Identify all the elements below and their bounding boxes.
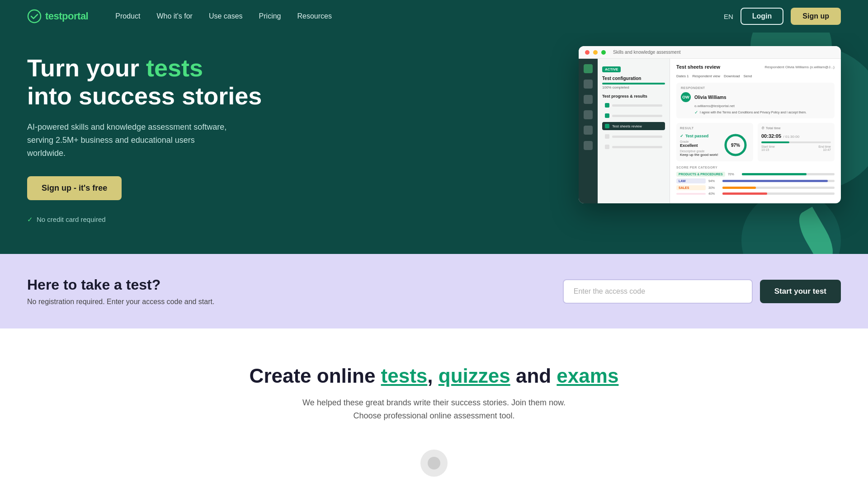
svg-point-0 [28, 10, 41, 23]
score-bar-wrap-1 [742, 173, 835, 175]
panel-check-2 [605, 113, 609, 118]
score-cat-3: SALES [676, 185, 706, 190]
create-section: Create online tests, quizzes and exams W… [0, 328, 868, 488]
login-button[interactable]: Login [741, 8, 784, 25]
score-bar-wrap-4 [722, 192, 835, 195]
start-time-label: Start time [761, 145, 775, 148]
action-view: Respondent view [693, 74, 720, 78]
create-link-quizzes[interactable]: quizzes [439, 365, 510, 387]
config-percent: 100% completed [602, 85, 665, 89]
create-title-prefix: Create online [250, 365, 381, 387]
score-bar-wrap-2 [722, 180, 835, 182]
action-view-label: Respondent view [693, 74, 720, 78]
svg-text:97%: 97% [731, 143, 740, 148]
main-header: Test sheets review Respondent Olivia Wil… [676, 64, 835, 70]
timer-total: / 01:30:00 [783, 135, 800, 139]
action-dates: Dates 1 [676, 74, 689, 78]
action-download: Download [724, 74, 740, 78]
consent-check-icon: ✓ [694, 110, 698, 115]
sidebar-icon-4 [584, 110, 593, 119]
mockup-topbar-title: Skills and knowledge assessment [613, 50, 835, 55]
action-send-label: Send [744, 74, 752, 78]
hero-note-text: No credit card required [37, 216, 106, 223]
hero-section: Turn your tests into success stories AI-… [0, 33, 868, 254]
hero-title-prefix: Turn your [27, 54, 146, 81]
action-dates-label: Dates 1 [676, 74, 689, 78]
nav-resources[interactable]: Resources [297, 12, 332, 20]
score-pct-3: 30% [708, 186, 720, 189]
signup-button[interactable]: Sign up [791, 8, 841, 25]
mockup-left-panel: ACTIVE Test configuration 100% completed… [598, 59, 670, 203]
status-badge: ACTIVE [602, 66, 621, 72]
panel-item-3: Test sheets review [602, 122, 665, 130]
hero-content: Turn your tests into success stories AI-… [27, 54, 262, 224]
mockup-sidebar [579, 59, 598, 203]
timer-time-values: 10:15 10:47 [761, 148, 831, 151]
sidebar-icon-3 [584, 95, 593, 104]
panel-item-1 [602, 101, 665, 109]
score-cat-1: PRODUCTS & PROCEDURES [676, 172, 725, 177]
progress-title: Test progress & results [602, 94, 665, 99]
score-bar-fill-2 [722, 180, 828, 182]
hero-description: AI-powered skills and knowledge assessme… [27, 121, 235, 160]
result-label: RESULT [680, 127, 750, 130]
score-bar-fill-3 [722, 187, 756, 189]
score-bar-wrap-3 [722, 187, 835, 189]
nav-links: Product Who it's for Use cases Pricing R… [115, 12, 724, 20]
config-progress-bar [602, 83, 665, 84]
panel-check-5 [605, 145, 609, 149]
panel-check-4 [605, 134, 609, 139]
app-mockup: Skills and knowledge assessment ACTIVE T… [579, 46, 841, 203]
respondent-name: Olivia Williams (o.william@J...) [785, 65, 835, 69]
nav-right: EN Login Sign up [724, 8, 841, 25]
result-status-text: Test passed [685, 134, 708, 138]
nav-use-cases[interactable]: Use cases [209, 12, 243, 20]
create-link-tests[interactable]: tests [381, 365, 428, 387]
result-grade-value: Excellent [680, 143, 718, 148]
take-test-left: Here to take a test? No registration req… [27, 277, 214, 306]
language-selector[interactable]: EN [724, 13, 733, 20]
window-close-dot [585, 50, 590, 55]
panel-bar-4 [612, 136, 662, 138]
take-test-title: Here to take a test? [27, 277, 214, 293]
nav-pricing[interactable]: Pricing [259, 12, 281, 20]
take-test-description: No registration required. Enter your acc… [27, 298, 214, 306]
action-download-label: Download [724, 74, 740, 78]
nav-who[interactable]: Who it's for [156, 12, 193, 20]
main-header-title: Test sheets review [676, 64, 720, 70]
brand-logo-carousel [27, 441, 841, 486]
hero-title: Turn your tests into success stories [27, 54, 262, 110]
main-actions: Dates 1 Respondent view Download Send [676, 74, 835, 78]
end-time-label: End time [818, 145, 831, 148]
brand-name: testportal [45, 10, 88, 22]
respondent-label: Respondent [765, 65, 784, 69]
respondent-name-row: OW Olivia Williams [681, 92, 830, 102]
respondent-info: Respondent Olivia Williams (o.william@J.… [765, 65, 835, 69]
config-title: Test configuration [602, 76, 665, 81]
respondent-section: RESPONDENT OW Olivia Williams o.williams… [676, 83, 835, 118]
result-section: RESULT ✓ Test passed Grade Excellent Des… [676, 123, 835, 161]
score-pct-1: 70% [728, 173, 739, 176]
logo[interactable]: testportal [27, 9, 88, 23]
respondent-full-name: Olivia Williams [694, 95, 726, 100]
timer-bar [761, 141, 831, 143]
create-link-exams[interactable]: exams [557, 365, 618, 387]
mockup-body: ACTIVE Test configuration 100% completed… [579, 59, 841, 203]
nav-product[interactable]: Product [115, 12, 140, 20]
navbar: testportal Product Who it's for Use case… [0, 0, 868, 33]
timer-box: ⏱ Total time 00:32:05 / 01:30:00 Start t… [758, 123, 835, 161]
score-row-4: 40% [676, 192, 835, 195]
access-code-input[interactable] [563, 279, 753, 304]
create-title: Create online tests, quizzes and exams [27, 365, 841, 387]
start-test-button[interactable]: Start your test [760, 280, 841, 303]
hero-cta-button[interactable]: Sign up - it's free [27, 176, 122, 200]
score-bar-fill-4 [722, 192, 767, 195]
timer-value-row: 00:32:05 / 01:30:00 [761, 131, 831, 140]
result-check-icon: ✓ [680, 134, 684, 138]
result-box: RESULT ✓ Test passed Grade Excellent Des… [676, 123, 753, 161]
panel-item-4 [602, 132, 665, 141]
respondent-email: o.williams@testportal.net [694, 104, 830, 108]
respondent-section-label: RESPONDENT [681, 86, 830, 89]
create-desc-line2: Choose professional online assessment to… [353, 411, 514, 420]
score-donut: 97% [723, 132, 748, 158]
